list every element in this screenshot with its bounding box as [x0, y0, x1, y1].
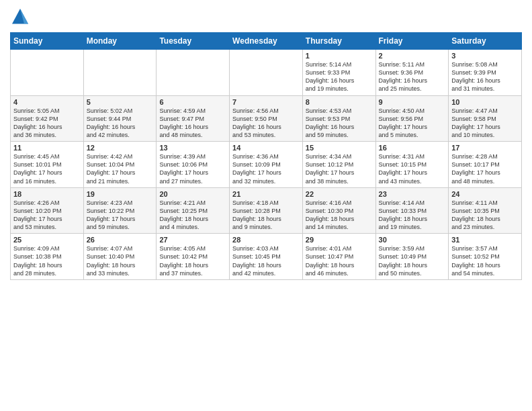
weekday-header-wednesday: Wednesday: [230, 33, 303, 50]
header: [10, 7, 522, 27]
day-info: Sunrise: 4:01 AM Sunset: 10:47 PM Daylig…: [306, 244, 373, 277]
day-number: 2: [379, 52, 446, 60]
day-info: Sunrise: 5:02 AM Sunset: 9:44 PM Dayligh…: [87, 107, 154, 140]
day-info: Sunrise: 3:59 AM Sunset: 10:49 PM Daylig…: [379, 244, 446, 277]
day-info: Sunrise: 4:31 AM Sunset: 10:15 PM Daylig…: [379, 152, 446, 185]
day-number: 19: [87, 190, 154, 198]
calendar-cell: 3Sunrise: 5:08 AM Sunset: 9:39 PM Daylig…: [449, 50, 522, 96]
day-info: Sunrise: 4:18 AM Sunset: 10:28 PM Daylig…: [232, 199, 300, 232]
day-info: Sunrise: 4:28 AM Sunset: 10:17 PM Daylig…: [451, 152, 519, 185]
day-info: Sunrise: 5:08 AM Sunset: 9:39 PM Dayligh…: [451, 60, 519, 93]
day-number: 22: [306, 190, 373, 198]
calendar-cell: 1Sunrise: 5:14 AM Sunset: 9:33 PM Daylig…: [302, 50, 375, 96]
day-number: 6: [159, 98, 226, 106]
day-number: 11: [13, 144, 81, 152]
day-info: Sunrise: 4:09 AM Sunset: 10:38 PM Daylig…: [13, 244, 81, 277]
day-number: 16: [379, 144, 446, 152]
calendar-week-row: 18Sunrise: 4:26 AM Sunset: 10:20 PM Dayl…: [11, 187, 522, 234]
calendar-cell: 25Sunrise: 4:09 AM Sunset: 10:38 PM Dayl…: [11, 234, 84, 280]
logo: [10, 7, 33, 27]
calendar-cell: 7Sunrise: 4:56 AM Sunset: 9:50 PM Daylig…: [230, 95, 303, 142]
calendar-cell: 27Sunrise: 4:05 AM Sunset: 10:42 PM Dayl…: [157, 234, 230, 280]
calendar-cell: 12Sunrise: 4:42 AM Sunset: 10:04 PM Dayl…: [83, 142, 157, 188]
day-number: 28: [232, 236, 300, 244]
calendar-cell: [83, 50, 157, 96]
weekday-header-tuesday: Tuesday: [157, 33, 230, 50]
day-info: Sunrise: 5:05 AM Sunset: 9:42 PM Dayligh…: [13, 107, 81, 140]
calendar-cell: [11, 50, 84, 96]
calendar-cell: 14Sunrise: 4:36 AM Sunset: 10:09 PM Dayl…: [230, 142, 303, 188]
weekday-header-friday: Friday: [375, 33, 449, 50]
logo-icon: [10, 7, 30, 27]
day-number: 4: [13, 98, 81, 106]
calendar-cell: 8Sunrise: 4:53 AM Sunset: 9:53 PM Daylig…: [302, 95, 375, 142]
day-number: 12: [87, 144, 154, 152]
day-info: Sunrise: 4:39 AM Sunset: 10:06 PM Daylig…: [159, 152, 226, 185]
day-number: 26: [87, 236, 154, 244]
day-info: Sunrise: 4:36 AM Sunset: 10:09 PM Daylig…: [232, 152, 300, 185]
day-info: Sunrise: 4:45 AM Sunset: 10:01 PM Daylig…: [13, 152, 81, 185]
calendar-week-row: 11Sunrise: 4:45 AM Sunset: 10:01 PM Dayl…: [11, 142, 522, 188]
day-info: Sunrise: 4:34 AM Sunset: 10:12 PM Daylig…: [306, 152, 373, 185]
calendar-cell: 29Sunrise: 4:01 AM Sunset: 10:47 PM Dayl…: [302, 234, 375, 280]
day-number: 31: [451, 236, 519, 244]
weekday-header-saturday: Saturday: [449, 33, 522, 50]
calendar-cell: 17Sunrise: 4:28 AM Sunset: 10:17 PM Dayl…: [449, 142, 522, 188]
day-number: 9: [379, 98, 446, 106]
day-info: Sunrise: 4:50 AM Sunset: 9:56 PM Dayligh…: [379, 107, 446, 140]
calendar-cell: 6Sunrise: 4:59 AM Sunset: 9:47 PM Daylig…: [157, 95, 230, 142]
day-number: 17: [451, 144, 519, 152]
day-number: 1: [306, 52, 373, 60]
day-number: 18: [13, 190, 81, 198]
day-number: 10: [451, 98, 519, 106]
calendar-week-row: 4Sunrise: 5:05 AM Sunset: 9:42 PM Daylig…: [11, 95, 522, 142]
calendar-cell: 9Sunrise: 4:50 AM Sunset: 9:56 PM Daylig…: [375, 95, 449, 142]
day-number: 25: [13, 236, 81, 244]
day-number: 15: [306, 144, 373, 152]
weekday-header-sunday: Sunday: [11, 33, 84, 50]
weekday-header-row: SundayMondayTuesdayWednesdayThursdayFrid…: [11, 33, 522, 50]
calendar-cell: 28Sunrise: 4:03 AM Sunset: 10:45 PM Dayl…: [230, 234, 303, 280]
day-number: 8: [306, 98, 373, 106]
day-number: 24: [451, 190, 519, 198]
calendar-cell: 21Sunrise: 4:18 AM Sunset: 10:28 PM Dayl…: [230, 187, 303, 234]
day-number: 20: [159, 190, 226, 198]
day-info: Sunrise: 4:11 AM Sunset: 10:35 PM Daylig…: [451, 199, 519, 232]
calendar-cell: 24Sunrise: 4:11 AM Sunset: 10:35 PM Dayl…: [449, 187, 522, 234]
day-number: 23: [379, 190, 446, 198]
day-info: Sunrise: 3:57 AM Sunset: 10:52 PM Daylig…: [451, 244, 519, 277]
day-number: 3: [451, 52, 519, 60]
calendar-cell: 23Sunrise: 4:14 AM Sunset: 10:33 PM Dayl…: [375, 187, 449, 234]
calendar-cell: 22Sunrise: 4:16 AM Sunset: 10:30 PM Dayl…: [302, 187, 375, 234]
day-info: Sunrise: 4:42 AM Sunset: 10:04 PM Daylig…: [87, 152, 154, 185]
day-info: Sunrise: 5:11 AM Sunset: 9:36 PM Dayligh…: [379, 60, 446, 93]
calendar-cell: 4Sunrise: 5:05 AM Sunset: 9:42 PM Daylig…: [11, 95, 84, 142]
day-info: Sunrise: 4:03 AM Sunset: 10:45 PM Daylig…: [232, 244, 300, 277]
calendar-cell: 15Sunrise: 4:34 AM Sunset: 10:12 PM Dayl…: [302, 142, 375, 188]
day-info: Sunrise: 4:05 AM Sunset: 10:42 PM Daylig…: [159, 244, 226, 277]
day-number: 30: [379, 236, 446, 244]
day-number: 7: [232, 98, 300, 106]
weekday-header-thursday: Thursday: [302, 33, 375, 50]
calendar-cell: 10Sunrise: 4:47 AM Sunset: 9:58 PM Dayli…: [449, 95, 522, 142]
calendar-cell: 5Sunrise: 5:02 AM Sunset: 9:44 PM Daylig…: [83, 95, 157, 142]
calendar-cell: 31Sunrise: 3:57 AM Sunset: 10:52 PM Dayl…: [449, 234, 522, 280]
calendar-cell: 18Sunrise: 4:26 AM Sunset: 10:20 PM Dayl…: [11, 187, 84, 234]
page: SundayMondayTuesdayWednesdayThursdayFrid…: [0, 0, 532, 411]
day-number: 27: [159, 236, 226, 244]
calendar-cell: [230, 50, 303, 96]
calendar-cell: 16Sunrise: 4:31 AM Sunset: 10:15 PM Dayl…: [375, 142, 449, 188]
day-info: Sunrise: 4:14 AM Sunset: 10:33 PM Daylig…: [379, 199, 446, 232]
day-number: 21: [232, 190, 300, 198]
calendar-cell: 30Sunrise: 3:59 AM Sunset: 10:49 PM Dayl…: [375, 234, 449, 280]
day-info: Sunrise: 4:21 AM Sunset: 10:25 PM Daylig…: [159, 199, 226, 232]
calendar-cell: 13Sunrise: 4:39 AM Sunset: 10:06 PM Dayl…: [157, 142, 230, 188]
calendar-table: SundayMondayTuesdayWednesdayThursdayFrid…: [10, 32, 522, 280]
calendar-cell: 2Sunrise: 5:11 AM Sunset: 9:36 PM Daylig…: [375, 50, 449, 96]
weekday-header-monday: Monday: [83, 33, 157, 50]
calendar-week-row: 25Sunrise: 4:09 AM Sunset: 10:38 PM Dayl…: [11, 234, 522, 280]
calendar-cell: 20Sunrise: 4:21 AM Sunset: 10:25 PM Dayl…: [157, 187, 230, 234]
day-info: Sunrise: 5:14 AM Sunset: 9:33 PM Dayligh…: [306, 60, 373, 93]
calendar-cell: 26Sunrise: 4:07 AM Sunset: 10:40 PM Dayl…: [83, 234, 157, 280]
day-number: 13: [159, 144, 226, 152]
